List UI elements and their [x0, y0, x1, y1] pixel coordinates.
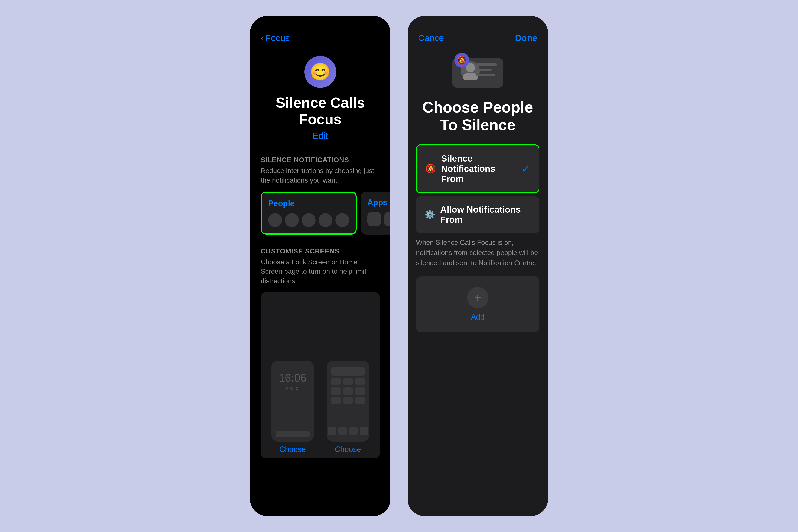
right-header: Cancel Done [407, 16, 548, 52]
silence-icon: 🔕 [425, 164, 436, 174]
back-label[interactable]: Focus [265, 33, 290, 43]
home-app-2 [331, 378, 341, 385]
notification-cards: People Apps [261, 191, 380, 234]
silence-section-label: SILENCE NOTIFICATIONS [261, 156, 380, 164]
home-app-10 [355, 397, 365, 404]
customise-section: CUSTOMISE SCREENS Choose a Lock Screen o… [261, 247, 380, 458]
plus-icon: + [474, 291, 481, 304]
avatar-5 [335, 213, 349, 227]
dock-app-2 [338, 427, 347, 435]
home-app-9 [343, 397, 353, 404]
add-label: Add [471, 312, 484, 322]
allow-icon: ⚙️ [424, 210, 435, 220]
edit-button[interactable]: Edit [312, 131, 328, 141]
focus-title: Silence Calls Focus [261, 94, 380, 128]
add-card: + Add [416, 277, 539, 332]
lock-screen-card[interactable]: 16:06 ○○○ Choose [269, 361, 316, 458]
add-button[interactable]: + [467, 287, 488, 308]
allow-option[interactable]: ⚙️ Allow Notifications From [416, 196, 539, 233]
silence-option[interactable]: 🔕 Silence Notifications From ✓ [416, 145, 539, 193]
silence-option-label: Silence Notifications From [441, 153, 516, 184]
focus-emoji-icon: 😊 [304, 56, 336, 88]
home-screen-card[interactable]: Choose [324, 361, 371, 458]
dock-app-1 [328, 427, 336, 435]
home-screen-mockup [327, 361, 369, 441]
right-options: 🔕 Silence Notifications From ✓ ⚙️ Allow … [407, 145, 548, 233]
lock-dots: ○○○ [285, 385, 301, 392]
add-section: + Add [407, 277, 548, 332]
avatar-row [268, 213, 349, 227]
home-app-6 [343, 387, 353, 395]
right-description: When Silence Calls Focus is on, notifica… [407, 233, 548, 268]
hero-line-2 [476, 69, 492, 71]
avatar-4 [319, 213, 332, 227]
lock-screen-mockup: 16:06 ○○○ [271, 361, 314, 441]
dock-app-4 [360, 427, 368, 435]
bell-mute-icon: 🔕 [454, 53, 469, 68]
avatar-2 [285, 213, 299, 227]
apps-card-title: Apps [367, 198, 391, 207]
app-icon-2 [384, 212, 391, 226]
home-dock [328, 427, 368, 437]
avatar-3 [302, 213, 316, 227]
home-app-8 [331, 397, 341, 404]
dock-app-3 [349, 427, 358, 435]
cancel-button[interactable]: Cancel [418, 33, 446, 43]
lock-time: 16:06 [279, 371, 306, 384]
apps-row [367, 212, 391, 226]
home-screen-choose[interactable]: Choose [335, 445, 361, 458]
back-chevron-icon: ‹ [261, 33, 264, 43]
apps-card[interactable]: Apps [361, 191, 391, 234]
hero-icon: 🔕 [454, 56, 501, 90]
home-app-5 [331, 387, 341, 395]
hero-lines [476, 63, 497, 76]
home-grid [331, 367, 365, 404]
back-navigation[interactable]: ‹ Focus [261, 33, 380, 43]
app-icon-1 [367, 212, 381, 226]
avatar-1 [268, 213, 282, 227]
people-card[interactable]: People [261, 191, 357, 234]
lock-screen-choose[interactable]: Choose [280, 445, 306, 458]
customise-label: CUSTOMISE SCREENS [261, 247, 380, 255]
right-phone: Cancel Done 🔕 Choose People To Silence 🔕… [407, 16, 548, 516]
silence-section-desc: Reduce interruptions by choosing just th… [261, 166, 380, 185]
allow-option-label: Allow Notifications From [440, 205, 531, 225]
done-button[interactable]: Done [515, 33, 537, 43]
screen-cards-container: 16:06 ○○○ Choose [261, 292, 380, 458]
people-card-title: People [268, 199, 349, 208]
right-title: Choose People To Silence [407, 98, 548, 134]
hero-line-1 [476, 63, 497, 66]
home-app-1 [331, 367, 365, 376]
home-app-4 [355, 378, 365, 385]
left-phone: ‹ Focus 😊 Silence Calls Focus Edit SILEN… [250, 16, 391, 516]
hero-line-3 [476, 74, 495, 76]
customise-desc: Choose a Lock Screen or Home Screen page… [261, 257, 380, 286]
home-app-3 [343, 378, 353, 385]
home-app-7 [355, 387, 365, 395]
silence-checkmark: ✓ [521, 163, 530, 175]
